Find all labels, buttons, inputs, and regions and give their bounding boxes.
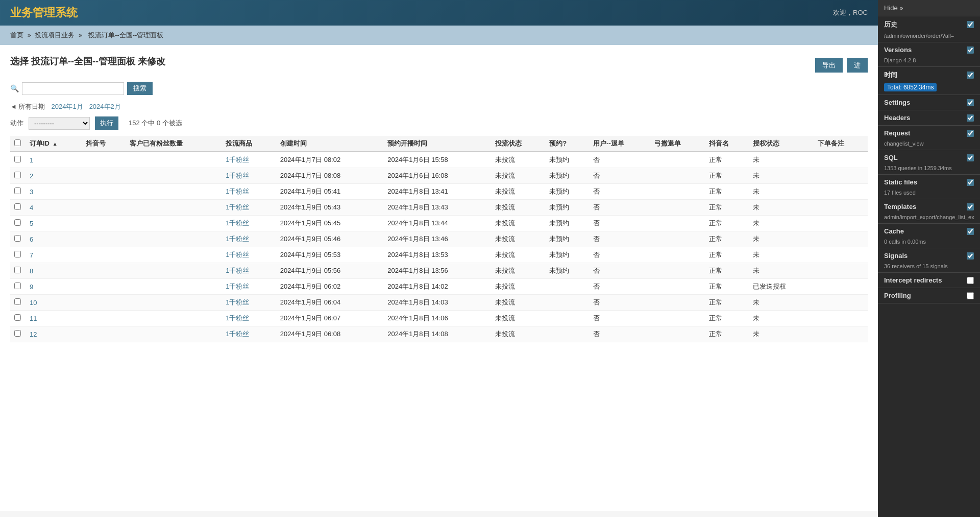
row-product-link[interactable]: 1千粉丝 [226, 219, 249, 227]
row-note [814, 295, 868, 311]
th-status[interactable]: 投流状态 [491, 136, 545, 152]
th-user-refund[interactable]: 用户--退单 [589, 136, 650, 152]
row-product-link[interactable]: 1千粉丝 [226, 314, 249, 322]
djdt-checkbox-history[interactable] [967, 21, 974, 28]
row-id-link[interactable]: 7 [30, 251, 33, 259]
djdt-checkbox-static_files[interactable] [967, 179, 974, 186]
row-refund [650, 216, 704, 231]
djdt-checkbox-headers[interactable] [967, 114, 974, 122]
djdt-hide-button[interactable]: Hide » [878, 0, 980, 16]
import-button[interactable]: 进 [847, 58, 868, 73]
row-product-link[interactable]: 1千粉丝 [226, 156, 249, 163]
djdt-section-header-sql[interactable]: SQL [878, 150, 980, 165]
djdt-checkbox-templates[interactable] [967, 203, 974, 210]
djdt-section-header-request[interactable]: Request [878, 126, 980, 140]
row-select-checkbox[interactable] [14, 267, 21, 273]
row-select-checkbox[interactable] [14, 219, 21, 226]
th-booked[interactable]: 预约? [545, 136, 589, 152]
date-filter-feb[interactable]: 2024年2月 [89, 102, 121, 111]
row-id-link[interactable]: 3 [30, 188, 33, 196]
row-select-checkbox[interactable] [14, 283, 21, 289]
row-product-link[interactable]: 1千粉丝 [226, 172, 249, 179]
djdt-checkbox-profiling[interactable] [967, 292, 974, 299]
row-select-checkbox[interactable] [14, 172, 21, 178]
row-note [814, 168, 868, 184]
djdt-section-header-history[interactable]: 历史 [878, 16, 980, 33]
row-douyin-id [82, 247, 126, 263]
djdt-checkbox-versions[interactable] [967, 46, 974, 54]
row-select-checkbox[interactable] [14, 187, 21, 194]
djdt-section-header-static_files[interactable]: Static files [878, 175, 980, 190]
djdt-checkbox-time[interactable] [967, 72, 974, 79]
djdt-checkbox-settings[interactable] [967, 99, 974, 106]
row-product-link[interactable]: 1千粉丝 [226, 187, 249, 195]
djdt-section-header-versions[interactable]: Versions [878, 42, 980, 57]
row-id-link[interactable]: 2 [30, 172, 33, 180]
row-product-link[interactable]: 1千粉丝 [226, 283, 249, 290]
djdt-checkbox-request[interactable] [967, 130, 974, 137]
djdt-checkbox-cache[interactable] [967, 228, 974, 235]
th-scheduled[interactable]: 预约开播时间 [383, 136, 491, 152]
djdt-section-header-time[interactable]: 时间 [878, 67, 980, 83]
djdt-checkbox-signals[interactable] [967, 252, 974, 260]
execute-button[interactable]: 执行 [95, 116, 118, 130]
djdt-section-header-intercept_redirects[interactable]: Intercept redirects [878, 273, 980, 288]
row-select-checkbox[interactable] [14, 251, 21, 257]
th-product[interactable]: 投流商品 [222, 136, 276, 152]
row-id-link[interactable]: 6 [30, 236, 33, 243]
select-all-checkbox[interactable] [14, 139, 21, 146]
djdt-section-header-settings[interactable]: Settings [878, 95, 980, 110]
row-id-link[interactable]: 11 [30, 315, 37, 322]
row-product-link[interactable]: 1千粉丝 [226, 251, 249, 258]
th-douyin-id[interactable]: 抖音号 [82, 136, 126, 152]
search-button[interactable]: 搜索 [127, 82, 153, 95]
export-button[interactable]: 导出 [815, 58, 843, 73]
row-product-link[interactable]: 1千粉丝 [226, 298, 249, 306]
row-id-link[interactable]: 9 [30, 283, 33, 291]
djdt-section-header-signals[interactable]: Signals [878, 248, 980, 263]
breadcrumb-section[interactable]: 投流项目业务 [35, 31, 75, 39]
row-id: 2 [26, 168, 82, 184]
th-refund[interactable]: 弓撤退单 [650, 136, 704, 152]
th-fans[interactable]: 客户已有粉丝数量 [126, 136, 222, 152]
action-select[interactable]: --------- [29, 117, 90, 130]
djdt-section-header-headers[interactable]: Headers [878, 110, 980, 125]
row-id-link[interactable]: 8 [30, 267, 33, 275]
djdt-section-header-cache[interactable]: Cache [878, 224, 980, 239]
row-id-link[interactable]: 4 [30, 204, 33, 212]
row-id: 6 [26, 231, 82, 247]
row-product-link[interactable]: 1千粉丝 [226, 235, 249, 243]
row-id-link[interactable]: 1 [30, 156, 33, 164]
row-select-checkbox[interactable] [14, 314, 21, 321]
row-select-checkbox[interactable] [14, 330, 21, 337]
row-fans [126, 231, 222, 247]
row-id-link[interactable]: 5 [30, 220, 33, 227]
row-product-link[interactable]: 1千粉丝 [226, 203, 249, 211]
row-id-link[interactable]: 12 [30, 331, 37, 338]
row-select-checkbox[interactable] [14, 298, 21, 305]
row-select-checkbox[interactable] [14, 235, 21, 242]
th-name[interactable]: 抖音名 [705, 136, 749, 152]
th-created[interactable]: 创建时间 [276, 136, 384, 152]
row-status: 未投流 [491, 311, 545, 326]
djdt-section-header-templates[interactable]: Templates [878, 199, 980, 214]
row-name: 正常 [705, 231, 749, 247]
row-select-checkbox[interactable] [14, 203, 21, 210]
th-auth-status[interactable]: 授权状态 [749, 136, 814, 152]
row-product-link[interactable]: 1千粉丝 [226, 267, 249, 274]
breadcrumb-home[interactable]: 首页 [10, 31, 23, 39]
row-product-link[interactable]: 1千粉丝 [226, 330, 249, 338]
date-filter-jan[interactable]: 2024年1月 [51, 102, 83, 111]
row-user-refund: 否 [589, 216, 650, 231]
row-select-checkbox[interactable] [14, 156, 21, 162]
djdt-checkbox-sql[interactable] [967, 154, 974, 161]
th-order-id[interactable]: 订单ID ▲ [26, 136, 82, 152]
row-created: 2024年1月9日 05:53 [276, 247, 384, 263]
search-input[interactable] [22, 82, 124, 95]
djdt-sub-versions: Django 4.2.8 [878, 57, 980, 66]
djdt-checkbox-intercept_redirects[interactable] [967, 277, 974, 284]
row-id-link[interactable]: 10 [30, 299, 37, 307]
th-note[interactable]: 下单备注 [814, 136, 868, 152]
row-name: 正常 [705, 216, 749, 231]
djdt-section-header-profiling[interactable]: Profiling [878, 288, 980, 303]
